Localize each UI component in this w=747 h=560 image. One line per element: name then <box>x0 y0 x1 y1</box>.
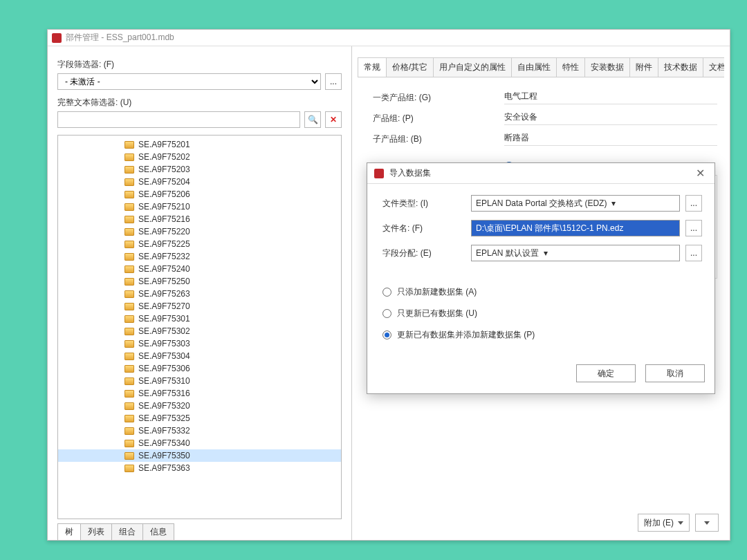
tree-item[interactable]: SE.A9F75201 <box>58 138 341 151</box>
field-filter-label: 字段筛选器: (F) <box>57 59 342 71</box>
property-row: 一类产品组: (G)电气工程 <box>373 87 717 108</box>
folder-icon <box>124 390 134 398</box>
tree-item-label: SE.A9F75240 <box>138 264 190 274</box>
tree-item[interactable]: SE.A9F75210 <box>58 200 341 213</box>
property-value[interactable]: 安全设备 <box>504 111 717 125</box>
folder-icon <box>124 265 134 273</box>
tree-item[interactable]: SE.A9F75301 <box>58 312 341 325</box>
tree-item[interactable]: SE.A9F75302 <box>58 325 341 337</box>
tree-item[interactable]: SE.A9F75306 <box>58 362 341 375</box>
property-tab[interactable]: 安装数据 <box>584 57 630 77</box>
cancel-button[interactable]: 取消 <box>645 364 705 382</box>
dialog-titlebar: 导入数据集 ✕ <box>367 163 714 184</box>
chevron-down-icon <box>704 521 710 525</box>
field-filter-select[interactable]: - 未激活 - <box>57 73 321 90</box>
title-bar: 部件管理 - ESS_part001.mdb <box>48 30 730 46</box>
folder-icon <box>124 340 134 348</box>
folder-icon <box>124 402 134 410</box>
folder-icon <box>124 440 134 447</box>
property-tab[interactable]: 用户自定义的属性 <box>433 57 512 77</box>
tree-item[interactable]: SE.A9F75363 <box>58 462 341 474</box>
tree-item[interactable]: SE.A9F75216 <box>58 213 341 225</box>
tree-item-label: SE.A9F75316 <box>138 389 190 398</box>
tree-item-label: SE.A9F75206 <box>138 189 190 199</box>
tree-item-label: SE.A9F75302 <box>138 326 190 336</box>
tree-item[interactable]: SE.A9F75320 <box>58 400 341 412</box>
property-tab[interactable]: 技术数据 <box>658 57 703 77</box>
close-icon: ✕ <box>330 115 337 124</box>
tree-item[interactable]: SE.A9F75332 <box>58 424 341 437</box>
import-mode-radio[interactable]: 更新已有数据集并添加新建数据集 (P) <box>382 329 702 341</box>
tree-item[interactable]: SE.A9F75203 <box>58 163 341 176</box>
property-tab[interactable]: 自由属性 <box>511 57 557 77</box>
property-tab[interactable]: 附件 <box>629 57 658 77</box>
filetype-value: EPLAN Data Portal 交换格式 (EDZ) <box>476 198 607 209</box>
extras-label: 附加 (E) <box>644 517 674 529</box>
folder-icon <box>124 216 134 223</box>
property-row: 子产品组: (B)断路器 <box>373 129 717 149</box>
property-tab[interactable]: 价格/其它 <box>386 57 434 77</box>
filetype-select[interactable]: EPLAN Data Portal 交换格式 (EDZ)▾ <box>471 195 680 212</box>
dialog-title: 导入数据集 <box>389 167 431 179</box>
tree-item-label: SE.A9F75210 <box>138 202 190 212</box>
filename-value: D:\桌面\EPLAN 部件库\1512C-1 PN.edz <box>476 223 623 234</box>
property-tab[interactable]: 文档 <box>703 57 724 77</box>
tree-item-label: SE.A9F75306 <box>138 364 190 373</box>
left-tab-树[interactable]: 树 <box>57 523 81 540</box>
left-tab-组合[interactable]: 组合 <box>111 523 143 540</box>
tree-item[interactable]: SE.A9F75350 <box>58 449 341 462</box>
tree-item-label: SE.A9F75204 <box>138 177 190 187</box>
left-bottom-tabs: 树列表组合信息 <box>57 522 342 540</box>
tree-item[interactable]: SE.A9F75263 <box>58 288 341 300</box>
fulltext-filter-input[interactable] <box>57 111 300 128</box>
extras-more-button[interactable] <box>695 514 719 532</box>
tree-item[interactable]: SE.A9F75206 <box>58 188 341 200</box>
tree-item[interactable]: SE.A9F75316 <box>58 387 341 400</box>
tree-item[interactable]: SE.A9F75204 <box>58 176 341 188</box>
dialog-body: 文件类型: (I) EPLAN Data Portal 交换格式 (EDZ)▾ … <box>367 184 714 360</box>
tree-item[interactable]: SE.A9F75340 <box>58 437 341 449</box>
folder-icon <box>124 377 134 385</box>
ok-button[interactable]: 确定 <box>576 364 636 382</box>
extras-dropdown[interactable]: 附加 (E) <box>638 514 690 532</box>
folder-icon <box>124 290 134 298</box>
property-tab[interactable]: 特性 <box>556 57 585 77</box>
filename-input[interactable]: D:\桌面\EPLAN 部件库\1512C-1 PN.edz <box>471 220 680 236</box>
property-value[interactable]: 断路器 <box>504 132 717 146</box>
tree-item[interactable]: SE.A9F75250 <box>58 275 341 288</box>
tree-item[interactable]: SE.A9F75270 <box>58 300 341 312</box>
tree-item[interactable]: SE.A9F75220 <box>58 225 341 238</box>
property-value[interactable]: 电气工程 <box>504 91 717 104</box>
left-tab-信息[interactable]: 信息 <box>142 523 174 540</box>
dialog-close-button[interactable]: ✕ <box>693 167 708 180</box>
folder-icon <box>124 241 134 248</box>
tree-item[interactable]: SE.A9F75303 <box>58 337 341 350</box>
filetype-more-button[interactable]: ... <box>685 195 702 212</box>
folder-icon <box>124 315 134 323</box>
left-tab-列表[interactable]: 列表 <box>80 523 112 540</box>
tree-item[interactable]: SE.A9F75304 <box>58 350 341 362</box>
search-button[interactable]: 🔍 <box>304 111 321 128</box>
tree-item[interactable]: SE.A9F75232 <box>58 250 341 263</box>
field-filter-more-button[interactable]: ... <box>325 73 342 90</box>
fieldassign-more-button[interactable]: ... <box>685 245 702 261</box>
app-logo-icon <box>374 169 384 178</box>
tree-item[interactable]: SE.A9F75325 <box>58 412 341 424</box>
tree-item-label: SE.A9F75304 <box>138 351 190 361</box>
import-mode-radio[interactable]: 只添加新建数据集 (A) <box>382 286 702 298</box>
tree-item[interactable]: SE.A9F75240 <box>58 263 341 275</box>
clear-button[interactable]: ✕ <box>325 111 342 128</box>
tree-item[interactable]: SE.A9F75202 <box>58 151 341 163</box>
tree-item[interactable]: SE.A9F75310 <box>58 375 341 387</box>
property-tab[interactable]: 常规 <box>358 57 387 77</box>
folder-icon <box>124 365 134 373</box>
radio-icon <box>382 309 391 318</box>
chevron-down-icon <box>678 521 683 525</box>
fulltext-filter-label: 完整文本筛选器: (U) <box>57 97 342 109</box>
fieldassign-select[interactable]: EPLAN 默认设置▾ <box>471 245 680 261</box>
parts-tree[interactable]: SE.A9F75201SE.A9F75202SE.A9F75203SE.A9F7… <box>57 135 342 519</box>
filename-browse-button[interactable]: ... <box>685 220 702 236</box>
tree-item[interactable]: SE.A9F75225 <box>58 238 341 250</box>
tree-item-label: SE.A9F75216 <box>138 214 190 224</box>
import-mode-radio[interactable]: 只更新已有数据集 (U) <box>382 308 702 319</box>
